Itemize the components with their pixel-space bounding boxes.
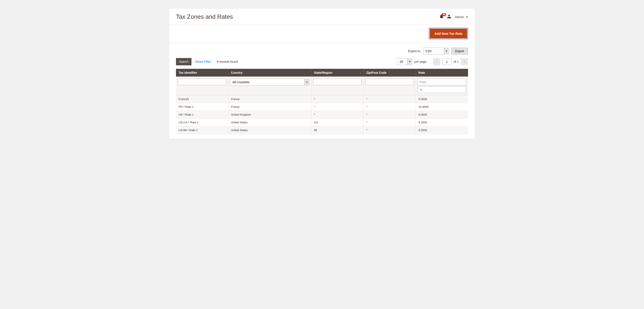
filter-row: All Countries <box>176 77 468 95</box>
export-format-select[interactable]: CSV <box>423 48 449 55</box>
controls-right: 20 per page ‹ of 1 › <box>397 58 468 65</box>
filter-country-select-wrap: All Countries <box>230 79 309 86</box>
cell-country: France <box>228 95 311 103</box>
controls-left: Search Reset Filter 6 records found <box>176 58 238 65</box>
cell-rate: 8.0000 <box>416 111 468 119</box>
main-card: Tax Zones and Rates 45 Admin Add New Tax… <box>169 9 475 139</box>
export-row: Export to: CSV Export <box>169 43 475 56</box>
cell-state: MI <box>311 126 364 134</box>
cell-id: France5 <box>176 95 228 103</box>
per-page-select[interactable]: 20 <box>397 58 412 65</box>
table-row[interactable]: UK-*-Rate 1United Kingdom**8.0000 <box>176 111 468 119</box>
cell-rate: 8.2500 <box>416 126 468 134</box>
notifications-button[interactable]: 45 <box>440 15 443 20</box>
cell-state: * <box>311 95 364 103</box>
filter-zip-input[interactable] <box>365 79 414 85</box>
export-button[interactable]: Export <box>451 48 468 55</box>
reset-filter-link[interactable]: Reset Filter <box>195 60 211 63</box>
cell-state: CA <box>311 119 364 126</box>
table-row[interactable]: US-CA-*-Rate 1United StatesCA*8.2500 <box>176 119 468 126</box>
export-label: Export to: <box>408 49 421 53</box>
cell-country: United Kingdom <box>228 111 311 119</box>
filter-tax-identifier-input[interactable] <box>178 79 226 85</box>
notifications-badge: 45 <box>442 13 446 16</box>
cell-id: UK-*-Rate 1 <box>176 111 228 119</box>
cell-country: France <box>228 103 311 111</box>
page-title: Tax Zones and Rates <box>176 13 233 20</box>
col-header-zip[interactable]: Zip/Post Code <box>364 69 416 77</box>
cell-rate: 10.0000 <box>416 103 468 111</box>
cell-id: US-CA-*-Rate 1 <box>176 119 228 126</box>
header-actions: 45 Admin <box>440 15 468 20</box>
export-format-select-wrap: CSV <box>423 48 449 55</box>
cell-zip: * <box>364 95 416 103</box>
search-button[interactable]: Search <box>176 58 192 65</box>
action-bar: Add New Tax Rate <box>169 24 475 43</box>
cell-rate: 8.2500 <box>416 119 468 126</box>
table-row[interactable]: FR-*-Rate 1France**10.0000 <box>176 103 468 111</box>
col-header-rate[interactable]: Rate <box>416 69 468 77</box>
tax-rates-table: Tax Identifier Country State/Region↓ Zip… <box>176 69 468 134</box>
cell-zip: * <box>364 111 416 119</box>
filter-state-input[interactable] <box>313 79 362 85</box>
filter-rate-from-input[interactable] <box>418 79 466 85</box>
admin-label: Admin <box>455 15 464 19</box>
next-page-button[interactable]: › <box>461 58 468 65</box>
col-header-country[interactable]: Country <box>228 69 311 77</box>
add-new-tax-rate-button[interactable]: Add New Tax Rate <box>430 29 467 38</box>
table-row[interactable]: US-MI-*-Rate 1United StatesMI*8.2500 <box>176 126 468 134</box>
cell-zip: * <box>364 126 416 134</box>
cell-id: US-MI-*-Rate 1 <box>176 126 228 134</box>
chevron-left-icon: ‹ <box>436 60 437 64</box>
admin-dropdown[interactable]: Admin <box>455 15 468 19</box>
sort-arrow-icon: ↓ <box>360 71 361 74</box>
cell-zip: * <box>364 103 416 111</box>
col-header-state[interactable]: State/Region↓ <box>311 69 364 77</box>
per-page-label: per page <box>414 60 426 63</box>
table-row[interactable]: France5France**5.0000 <box>176 95 468 103</box>
page-number-input[interactable] <box>442 58 452 65</box>
chevron-down-icon <box>466 17 468 18</box>
grid-controls: Search Reset Filter 6 records found 20 p… <box>169 56 475 69</box>
per-page-select-wrap: 20 <box>397 58 412 65</box>
page-total-label: of 1 <box>454 60 458 63</box>
cell-country: United States <box>228 126 311 134</box>
cell-zip: * <box>364 119 416 126</box>
records-count: 6 records found <box>217 60 238 63</box>
highlight-box: Add New Tax Rate <box>429 28 468 39</box>
filter-country-select[interactable]: All Countries <box>230 79 309 86</box>
user-icon <box>447 15 451 20</box>
grid-wrap: Tax Identifier Country State/Region↓ Zip… <box>169 69 475 139</box>
chevron-right-icon: › <box>464 60 465 64</box>
cell-rate: 5.0000 <box>416 95 468 103</box>
col-header-tax-identifier[interactable]: Tax Identifier <box>176 69 228 77</box>
prev-page-button[interactable]: ‹ <box>433 58 440 65</box>
page-header: Tax Zones and Rates 45 Admin <box>169 9 475 24</box>
cell-state: * <box>311 103 364 111</box>
cell-state: * <box>311 111 364 119</box>
cell-id: FR-*-Rate 1 <box>176 103 228 111</box>
filter-rate-to-input[interactable] <box>418 87 466 93</box>
cell-country: United States <box>228 119 311 126</box>
